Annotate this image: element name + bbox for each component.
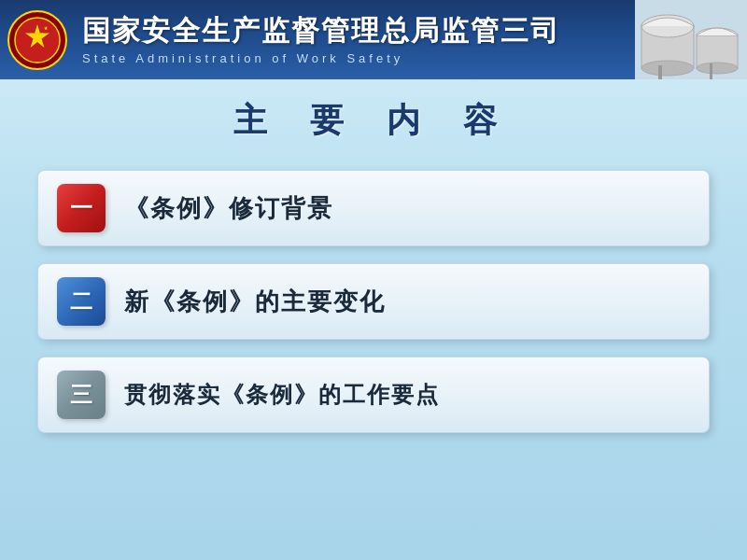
tanks-illustration [635, 0, 747, 79]
menu-text-2: 新《条例》的主要变化 [124, 286, 386, 318]
menu-item-1[interactable]: 一 《条例》修订背景 [37, 170, 710, 246]
header-image [635, 0, 747, 79]
main-content: 主 要 内 容 一 《条例》修订背景 二 新《条例》的主要变化 三 贯彻落实《条… [0, 79, 747, 469]
menu-item-2[interactable]: 二 新《条例》的主要变化 [37, 263, 710, 340]
menu-item-3[interactable]: 三 贯彻落实《条例》的工作要点 [37, 357, 710, 433]
header-sub-title: State Administration of Work Safety [82, 51, 635, 65]
header-title-block: 国家安全生产监督管理总局监管三司 State Administration of… [75, 14, 635, 65]
svg-point-9 [641, 61, 694, 76]
menu-badge-2: 二 [57, 277, 106, 326]
svg-rect-15 [710, 63, 712, 79]
menu-badge-3: 三 [57, 371, 106, 419]
page-title: 主 要 内 容 [37, 98, 710, 144]
menu-text-3: 贯彻落实《条例》的工作要点 [124, 380, 440, 410]
logo-emblem [7, 10, 67, 70]
svg-rect-14 [658, 65, 662, 79]
menu-badge-1: 一 [57, 184, 106, 232]
header: 国家安全生产监督管理总局监管三司 State Administration of… [0, 0, 747, 79]
menu-text-1: 《条例》修订背景 [124, 192, 333, 225]
logo-area [0, 0, 75, 79]
header-main-title: 国家安全生产监督管理总局监管三司 [82, 14, 635, 48]
svg-point-13 [697, 63, 738, 74]
